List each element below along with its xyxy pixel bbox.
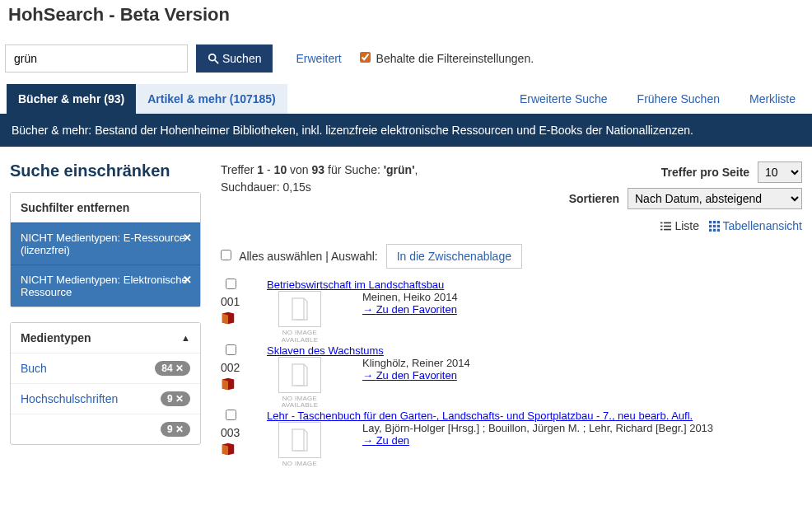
facet-label[interactable]: Buch [21,362,47,375]
book-icon [221,311,236,327]
extended-search-link[interactable]: Erweitert [296,52,341,65]
keep-filters-label[interactable]: Behalte die Filtereinstellungen. [360,52,534,65]
sidebar: Suche einschränken Suchfilter entfernen … [10,162,201,468]
facet-header-label: Medientypen [21,331,91,344]
tab-books[interactable]: Bücher & mehr (93) [7,84,136,114]
result-checkbox[interactable] [226,410,236,420]
book-icon [221,442,236,458]
tabs-row: Bücher & mehr (93) Artikel & mehr (10718… [0,84,812,114]
top-links: Erweiterte Suche Frühere Suchen Merklist… [520,84,812,114]
tab-articles[interactable]: Artikel & mehr (107185) [136,84,287,114]
perpage-label: Treffer pro Seite [661,166,749,179]
svg-line-1 [215,60,218,63]
no-image-label: NO IMAGE [267,461,333,468]
remove-filter-icon[interactable]: ✕ [183,232,192,244]
result-title-link[interactable]: Lehr - Taschenbuch für den Garten-, Land… [267,410,693,422]
facet-item-zeitschriften[interactable]: x 9 ✕ [11,414,200,444]
clipboard-button[interactable]: In die Zwischenablage [386,244,522,269]
svg-point-0 [209,54,216,61]
facet-count-badge[interactable]: 9 ✕ [161,391,190,406]
no-image-label: NO IMAGEAVAILABLE [267,396,333,410]
search-input[interactable] [5,44,188,73]
result-number: 003 [221,426,267,439]
bookmarks-link[interactable]: Merkliste [749,92,796,105]
page-icon [290,297,310,321]
facet-label[interactable]: Hochschulschriften [21,392,118,405]
result-number: 001 [221,295,267,308]
filter-item-label: NICHT Medientypen: Elektronische Ressour… [21,274,188,298]
facet-panel-medientypen: Medientypen ▲ Buch 84 ✕ Hochschulschrift… [10,322,201,445]
search-button[interactable]: Suchen [196,44,273,73]
facet-header[interactable]: Medientypen ▲ [11,323,200,353]
sort-select[interactable]: Nach Datum, absteigend [628,188,802,209]
page-header: HohSearch - Beta Version [0,0,812,30]
result-checkbox[interactable] [226,279,236,289]
svg-rect-17 [292,298,304,320]
result-item: 001 Betriebswirtschaft im Landschaftsbau… [221,279,802,344]
result-number: 002 [221,361,267,374]
svg-rect-14 [709,229,712,232]
results-header: Treffer 1 - 10 von 93 für Suche: 'grün',… [221,162,802,232]
collapse-icon[interactable]: ▲ [181,333,190,343]
facet-count-badge[interactable]: 84 ✕ [155,361,190,376]
list-view-label: Liste [674,219,699,232]
no-image-thumbnail [278,357,321,393]
svg-rect-5 [665,226,672,227]
search-history-link[interactable]: Frühere Suchen [637,92,720,105]
facet-item-buch[interactable]: Buch 84 ✕ [11,353,200,383]
tabs: Bücher & mehr (93) Artikel & mehr (10718… [7,84,287,114]
remove-filter-icon[interactable]: ✕ [183,274,192,286]
result-item: 003 Lehr - Taschenbuch für den Garten-, … [221,410,802,468]
list-view-toggle[interactable]: Liste [660,219,702,232]
result-author: Lay, Björn-Holger [Hrsg.] ; Bouillon, Jü… [362,422,802,434]
view-toggle: Liste Tabellenansicht [569,219,802,232]
result-author: Klinghölz, Reiner 2014 [362,357,802,369]
svg-rect-8 [709,221,712,223]
facet-count-badge[interactable]: 9 ✕ [161,422,190,437]
result-checkbox[interactable] [226,344,236,355]
result-title-link[interactable]: Sklaven des Wachstums [267,344,384,357]
svg-rect-10 [717,221,720,223]
svg-rect-15 [713,229,716,232]
add-favorite-link[interactable]: → Zu den Favoriten [362,303,457,316]
result-author: Meinen, Heiko 2014 [362,291,802,303]
table-view-toggle[interactable]: Tabellenansicht [709,219,802,232]
sort-label: Sortieren [569,192,619,205]
select-all-label: Alles auswählen | Auswahl: [239,250,378,263]
results-info: Treffer 1 - 10 von 93 für Suche: 'grün',… [221,162,418,196]
tab-description: Bücher & mehr: Bestand der Hohenheimer B… [0,114,812,147]
svg-rect-4 [660,226,662,227]
filter-item[interactable]: NICHT Medientypen: Elektronische Ressour… [11,265,200,307]
svg-rect-11 [709,225,712,227]
results-area: Treffer 1 - 10 von 93 für Suche: 'grün',… [221,162,802,468]
add-favorite-link[interactable]: → Zu den [362,434,409,447]
advanced-search-link[interactable]: Erweiterte Suche [520,92,608,105]
svg-rect-19 [292,429,304,451]
add-favorite-link[interactable]: → Zu den Favoriten [362,369,457,382]
keep-filters-text: Behalte die Filtereinstellungen. [376,52,534,65]
filter-item-label: NICHT Medientypen: E-Ressource (lizenzfr… [21,232,185,256]
result-item: 002 Sklaven des Wachstums NO IMAGEAVAILA… [221,344,802,410]
search-bar: Suchen Erweitert Behalte die Filtereinst… [0,30,812,84]
no-image-thumbnail [278,422,321,458]
no-image-label: NO IMAGEAVAILABLE [267,330,333,344]
svg-rect-3 [665,222,672,224]
results-controls: Treffer pro Seite 10 Sortieren Nach Datu… [569,162,802,232]
remove-filters-header: Suchfilter entfernen [11,193,200,222]
result-title-link[interactable]: Betriebswirtschaft im Landschaftsbau [267,279,444,291]
filter-item[interactable]: NICHT Medientypen: E-Ressource (lizenzfr… [11,222,200,265]
svg-rect-9 [713,221,716,223]
grid-icon [709,221,720,232]
svg-rect-2 [660,222,662,224]
svg-rect-16 [717,229,720,232]
search-button-label: Suchen [222,52,261,65]
perpage-select[interactable]: 10 [758,162,802,183]
facet-item-hochschulschriften[interactable]: Hochschulschriften 9 ✕ [11,383,200,414]
select-all-checkbox[interactable] [221,250,231,260]
page-icon [290,428,310,452]
svg-rect-12 [713,225,716,227]
book-icon [221,377,236,393]
list-icon [660,221,671,232]
app-title: HohSearch - Beta Version [8,4,804,26]
keep-filters-checkbox[interactable] [360,52,371,63]
